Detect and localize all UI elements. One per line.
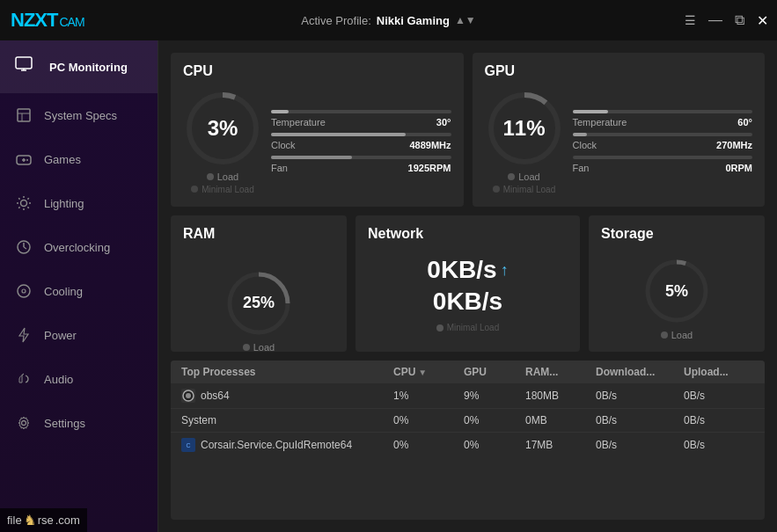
gpu-temp-label: Temperature [573, 117, 627, 128]
sidebar-item-power[interactable]: Power [0, 313, 158, 357]
sidebar-item-audio[interactable]: Audio [0, 357, 158, 401]
cpu-sort-icon: ▼ [418, 368, 427, 377]
ram-percent: 25% [243, 294, 275, 312]
cpu-fan-bar [271, 156, 451, 159]
cpu-clock-label: Clock [271, 140, 296, 150]
network-title: Network [368, 226, 568, 242]
svg-point-10 [21, 200, 27, 207]
cpu-minimal-label: Minimal Load [202, 185, 253, 194]
lighting-icon [14, 193, 33, 213]
cpu-gauge-area: 3% Load Minimal Load [183, 89, 262, 194]
cpu-title: CPU [183, 63, 451, 79]
obs-ram: 180MB [525, 390, 596, 402]
restore-button[interactable]: ⧉ [735, 12, 744, 28]
power-icon [14, 325, 33, 345]
sidebar-item-system-specs[interactable]: System Specs [0, 93, 158, 137]
system-specs-label: System Specs [44, 109, 117, 122]
storage-percent: 5% [665, 282, 688, 301]
network-minimal-row: Minimal Load [436, 323, 499, 332]
cpu-temp-bar [271, 110, 451, 113]
cpu-clock-stat: Clock 4889MHz [271, 133, 451, 150]
storage-load-label: Load [671, 330, 693, 340]
cpu-fan-fill [271, 156, 352, 159]
corsair-upload: 0B/s [684, 439, 754, 451]
menu-icon[interactable]: ☰ [685, 13, 696, 27]
filehorse-text2: rse [38, 514, 54, 527]
gpu-clock-label-row: Clock 270MHz [573, 140, 753, 150]
minimize-button[interactable]: — [708, 12, 722, 28]
sidebar-item-overclocking[interactable]: Overclocking [0, 225, 158, 269]
col-cpu-label: CPU [393, 366, 415, 378]
obs-process-name: obs64 [201, 390, 230, 402]
svg-line-18 [18, 207, 19, 208]
active-profile: Active Profile: Nikki Gaming ▲▼ [301, 14, 475, 27]
ram-load-row: Load [243, 342, 275, 353]
overclocking-label: Overclocking [44, 241, 110, 254]
table-header: Top Processes CPU ▼ GPU RAM... Download.… [171, 361, 765, 383]
cpu-fan-label-row: Fan 1925RPM [271, 163, 451, 173]
col-header-upload[interactable]: Upload... [684, 366, 754, 378]
gpu-clock-value: 270MHz [716, 140, 752, 150]
system-gpu: 0% [464, 414, 525, 426]
filehorse-text: file [7, 514, 22, 527]
cpu-minimal-dot [191, 186, 198, 193]
cooling-label: Cooling [44, 285, 83, 298]
gpu-clock-stat: Clock 270MHz [573, 133, 753, 150]
gpu-load-dot [508, 173, 515, 180]
filehorse-domain: .com [55, 514, 80, 527]
ram-gauge-wrap: 25% Load [224, 268, 294, 353]
process-name-system: System [181, 414, 393, 426]
lighting-label: Lighting [44, 197, 84, 210]
table-row: obs64 1% 9% 180MB 0B/s 0B/s [171, 383, 765, 409]
sidebar-item-games[interactable]: Games [0, 137, 158, 181]
obs-download: 0B/s [596, 390, 684, 402]
gpu-temp-bar [573, 110, 753, 113]
col-header-gpu[interactable]: GPU [464, 366, 525, 378]
svg-point-23 [22, 421, 26, 426]
table-row: C Corsair.Service.CpuIdRemote64 0% 0% 17… [171, 433, 765, 457]
col-header-cpu[interactable]: CPU ▼ [393, 366, 464, 378]
cpu-temp-stat: Temperature 30° [271, 110, 451, 128]
pc-monitoring-label: PC Monitoring [49, 61, 128, 74]
svg-line-16 [27, 207, 28, 208]
ram-load-label: Load [253, 342, 275, 353]
gpu-temp-stat: Temperature 60° [573, 110, 753, 128]
close-button[interactable]: ✕ [757, 12, 768, 29]
cpu-fan-label: Fan [271, 163, 288, 173]
system-process-name: System [181, 414, 216, 426]
profile-dropdown-icon[interactable]: ▲▼ [455, 14, 476, 26]
col-upload-label: Upload... [684, 366, 729, 378]
corsair-download: 0B/s [596, 439, 684, 451]
sidebar-item-pc-monitoring[interactable]: PC Monitoring [0, 40, 158, 93]
logo-nzxt: NZXT [11, 9, 57, 31]
sidebar-item-cooling[interactable]: Cooling [0, 269, 158, 313]
storage-card: Storage 5% Load [589, 215, 765, 352]
storage-load-dot [661, 332, 668, 339]
monitor-icon [14, 55, 39, 79]
content-area: CPU 3% Load [158, 40, 777, 532]
cpu-gauge: 3% [183, 89, 262, 168]
network-minimal-dot [436, 324, 443, 332]
gpu-load-label: Load [518, 171, 539, 182]
bottom-cards-row: RAM 25% Load [171, 215, 765, 352]
gpu-gauge: 11% [485, 89, 564, 168]
overclocking-icon [14, 237, 33, 257]
svg-line-15 [18, 198, 19, 199]
gpu-minimal-row: Minimal Load [493, 185, 555, 194]
gpu-temp-fill [573, 110, 609, 113]
cpu-temp-label: Temperature [271, 117, 326, 128]
gpu-clock-label: Clock [573, 140, 597, 150]
gpu-fan-stat: Fan 0RPM [573, 156, 753, 173]
sidebar-item-settings[interactable]: Settings [0, 401, 158, 445]
cpu-card: CPU 3% Load [171, 53, 464, 207]
col-header-download[interactable]: Download... [596, 366, 684, 378]
processes-table: Top Processes CPU ▼ GPU RAM... Download.… [171, 361, 765, 520]
sidebar-item-lighting[interactable]: Lighting [0, 181, 158, 225]
corsair-ram: 17MB [525, 439, 596, 451]
col-header-ram[interactable]: RAM... [525, 366, 596, 378]
col-ram-label: RAM... [525, 366, 558, 378]
cpu-clock-bar [271, 133, 451, 136]
sidebar: PC Monitoring System Specs [0, 40, 158, 532]
games-label: Games [44, 153, 81, 166]
download-speed: 0KB/s [433, 288, 502, 316]
